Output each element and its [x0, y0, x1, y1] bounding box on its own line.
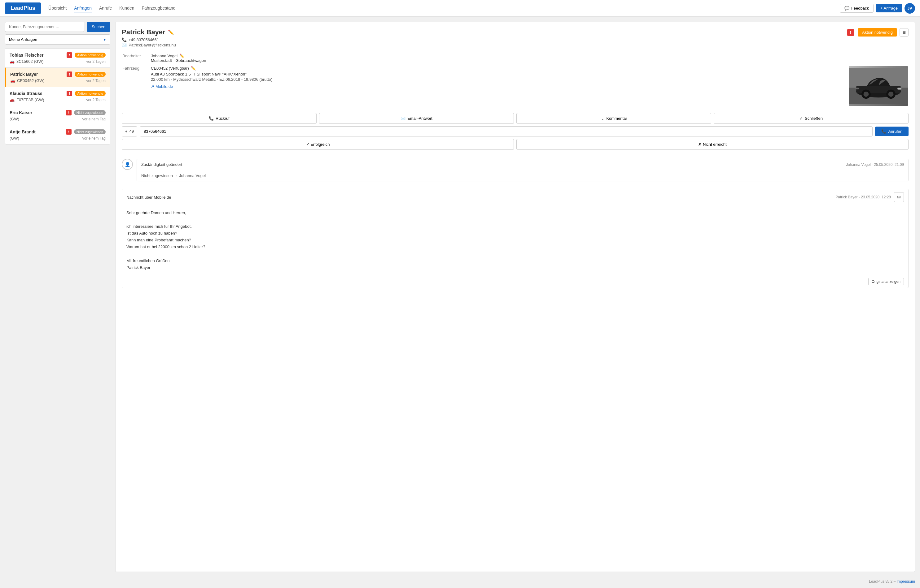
status-badge: Aktion notwendig [75, 91, 105, 96]
message-title: Nachricht über Mobile.de [126, 195, 171, 200]
lead-item-header: Klaudia Strauss ! Aktion notwendig [10, 90, 105, 96]
badge-row: ! Nicht zugewiesen [66, 129, 105, 135]
action-buttons: 📞 Rückruf ✉️ Email-Antwort 🗨 Kommentar ✓… [122, 113, 909, 124]
edit-fahrzeug-icon[interactable]: ✏️ [191, 66, 196, 71]
columns-icon: ⊞ [902, 30, 906, 35]
lead-list: Tobias Fleischer ! Aktion notwendig 🚗 3C… [5, 48, 110, 145]
nav-fahrzeugbestand[interactable]: Fahrzeugbestand [142, 4, 176, 12]
lead-item[interactable]: Eric Kaiser ! Nicht zugewiesen (GW) vor … [5, 106, 110, 125]
anrufen-button[interactable]: 📞 Anrufen [875, 127, 909, 136]
edit-bearbeiter-icon[interactable]: ✏️ [179, 53, 184, 58]
alert-icon: ! [66, 129, 71, 135]
car-icon: 🚗 [10, 78, 15, 83]
aktion-notwendig-button[interactable]: Aktion notwendig [858, 28, 897, 37]
filter-select[interactable]: Meine Anfragen [5, 34, 110, 45]
contact-name: Patrick Bayer [122, 28, 165, 36]
external-link-icon: ↗ [151, 84, 154, 89]
lead-meta: 🚗 F07FE8B (GW) vor 2 Tagen [10, 97, 105, 102]
edit-name-icon[interactable]: ✏️ [168, 29, 174, 35]
lead-name: Eric Kaiser [10, 110, 32, 115]
mobile-link[interactable]: ↗ Mobile.de [151, 84, 844, 89]
footer: LeadPlus v5.2 – Impressum [0, 577, 920, 586]
right-panel: Patrick Bayer ✏️ 📞 +49 8370564661 ✉️ Pat… [115, 22, 915, 572]
nav-uebersicht[interactable]: Übersicht [48, 4, 66, 12]
alert-icon: ! [66, 52, 72, 58]
nicht-erreicht-button[interactable]: ✗ Nicht erreicht [517, 139, 909, 150]
email-antwort-button[interactable]: ✉️ Email-Antwort [319, 113, 514, 124]
assignment-body: Nicht zugewiesen → Johanna Vogel [137, 170, 908, 181]
lead-meta: (GW) vor einem Tag [10, 117, 105, 121]
nav-anrufe[interactable]: Anrufe [99, 4, 112, 12]
status-badge: Nicht zugewiesen [74, 129, 105, 134]
search-input[interactable] [5, 22, 84, 32]
speech-bubble-icon: 💬 [844, 6, 849, 11]
lead-item-active[interactable]: Patrick Bayer ! Aktion notwendig 🚗 CE004… [5, 68, 110, 87]
original-anzeigen-button[interactable]: Original anzeigen [868, 278, 904, 285]
header-alert-icon: ! [847, 29, 854, 36]
new-anfrage-button[interactable]: + Anfrage [876, 4, 902, 12]
erfolgreich-button[interactable]: ✓ Erfolgreich [122, 139, 514, 150]
result-buttons: ✓ Erfolgreich ✗ Nicht erreicht [122, 139, 909, 150]
car-svg [849, 66, 908, 106]
search-button[interactable]: Suchen [87, 22, 110, 32]
assignment-title: Zuständigkeit geändert [141, 162, 182, 167]
message-footer: Original anzeigen [122, 275, 908, 288]
badge-row: ! Nicht zugewiesen [66, 110, 105, 115]
svg-point-7 [888, 92, 894, 97]
column-toggle-button[interactable]: ⊞ [899, 28, 909, 37]
assignment-icon: 👤 [122, 159, 133, 170]
phone-rotate-icon: 📞 [209, 116, 214, 121]
brand-logo[interactable]: LeadPlus [5, 2, 41, 14]
car-icon: 🚗 [10, 59, 15, 64]
avatar[interactable]: JV [904, 3, 915, 14]
alert-icon: ! [66, 71, 72, 77]
schliessen-button[interactable]: ✓ Schließen [714, 113, 909, 124]
status-badge: Aktion notwendig [75, 53, 105, 58]
rueckruf-button[interactable]: 📞 Rückruf [122, 113, 317, 124]
vehicle-image-inner [849, 66, 908, 106]
header-actions: ! Aktion notwendig ⊞ [847, 28, 909, 37]
badge-row: ! Aktion notwendig [66, 71, 105, 77]
assignment-activity-row: 👤 Zuständigkeit geändert Johanna Vogel -… [122, 155, 909, 185]
contact-header: Patrick Bayer ✏️ 📞 +49 8370564661 ✉️ Pat… [122, 28, 909, 48]
search-row: Suchen [5, 22, 110, 32]
message-card: Nachricht über Mobile.de Patrick Bayer -… [122, 189, 909, 288]
nav-anfragen[interactable]: Anfragen [74, 4, 92, 12]
details-table: Bearbeiter Johanna Vogel ✏️ Musterstadt … [122, 52, 909, 108]
lead-item[interactable]: Klaudia Strauss ! Aktion notwendig 🚗 F07… [5, 87, 110, 106]
impressum-link[interactable]: Impressum [897, 579, 915, 584]
comment-icon: 🗨 [600, 116, 604, 121]
call-row: + 49 📞 Anrufen [122, 126, 909, 136]
assignment-header: Zuständigkeit geändert Johanna Vogel - 2… [137, 159, 908, 170]
lead-meta: 🚗 CE00452 (GW) vor 2 Tagen [10, 78, 105, 83]
lead-item-header: Eric Kaiser ! Nicht zugewiesen [10, 110, 105, 115]
lead-item[interactable]: Antje Brandt ! Nicht zugewiesen (GW) vor… [5, 125, 110, 145]
checkmark-icon: ✓ [800, 116, 803, 121]
navbar-actions: 💬 Feedback + Anfrage JV [840, 3, 915, 14]
kommentar-button[interactable]: 🗨 Kommentar [517, 113, 711, 124]
svg-rect-8 [897, 87, 901, 89]
assignment-card-inner: Zuständigkeit geändert Johanna Vogel - 2… [137, 159, 909, 181]
message-body: Sehr geehrte Damen und Herren, ich inter… [122, 205, 908, 275]
filter-select-wrap: Meine Anfragen [5, 34, 110, 45]
assignment-card: Zuständigkeit geändert Johanna Vogel - 2… [137, 159, 909, 185]
feedback-button[interactable]: 💬 Feedback [840, 4, 873, 13]
message-header: Nachricht über Mobile.de Patrick Bayer -… [122, 189, 908, 205]
contact-info-block: Patrick Bayer ✏️ 📞 +49 8370564661 ✉️ Pat… [122, 28, 176, 48]
nav-kunden[interactable]: Kunden [119, 4, 134, 12]
svg-point-5 [863, 92, 868, 97]
lead-item[interactable]: Tobias Fleischer ! Aktion notwendig 🚗 3C… [5, 48, 110, 68]
contact-phone: 📞 +49 8370564661 ✉️ PatrickBayer@flecken… [122, 37, 176, 47]
lead-vehicle: 🚗 F07FE8B (GW) [10, 97, 44, 102]
assignment-meta: Johanna Vogel - 25.05.2020, 21:09 [846, 163, 904, 167]
call-number-input[interactable] [140, 126, 873, 136]
lead-item-header: Antje Brandt ! Nicht zugewiesen [10, 129, 105, 135]
lead-meta: 🚗 3C15602 (GW) vor 2 Tagen [10, 59, 105, 64]
alert-icon: ! [66, 110, 71, 115]
status-badge: Aktion notwendig [75, 72, 105, 77]
vehicle-image [849, 66, 908, 106]
fahrzeug-row: Fahrzeug CE00452 (Verfügbar) ✏️ Audi A3 … [122, 65, 908, 107]
vehicle-info: CE00452 (Verfügbar) ✏️ Audi A3 Sportback… [151, 66, 844, 89]
lead-vehicle: (GW) [10, 117, 19, 121]
activity-feed: 👤 Zuständigkeit geändert Johanna Vogel -… [122, 155, 909, 288]
